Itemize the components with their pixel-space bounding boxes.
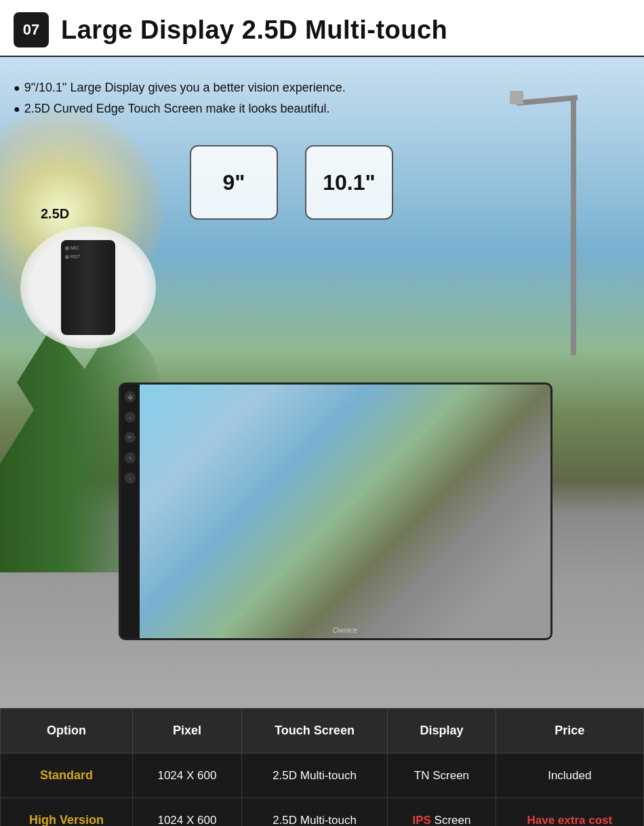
cell-high-price: Have extra cost	[496, 798, 643, 827]
sidebar-btn-5: -	[125, 473, 136, 484]
section-number-badge: 07	[14, 12, 49, 47]
cell-standard-price: Included	[496, 753, 643, 798]
table-section: Option Pixel Touch Screen Display Price …	[0, 708, 644, 826]
page-title: Large Display 2.5D Multi-touch	[61, 16, 447, 45]
cell-standard-touch: 2.5D Multi-touch	[241, 753, 388, 798]
col-header-touch: Touch Screen	[241, 709, 388, 753]
cell-standard-option: Standard	[1, 753, 133, 798]
sidebar-btn-1: ⏻	[125, 391, 136, 402]
page-header: 07 Large Display 2.5D Multi-touch	[0, 0, 644, 57]
screen-sidebar: ⏻ ⌂ ↩ + -	[121, 385, 140, 638]
sidebar-btn-3: ↩	[125, 432, 136, 443]
car-radio-screen: ⏻ ⌂ ↩ + - Ownice	[119, 382, 552, 640]
col-header-display: Display	[388, 709, 496, 753]
street-light	[571, 98, 576, 355]
cell-standard-pixel: 1024 X 600	[133, 753, 242, 798]
comparison-table: Option Pixel Touch Screen Display Price …	[0, 708, 644, 826]
table-row-high: High Version 1024 X 600 2.5D Multi-touch…	[1, 798, 644, 827]
screen-brand-label: Ownice	[333, 626, 358, 634]
bullet-point-2: 2.5D Curved Edge Touch Screen make it lo…	[14, 98, 346, 119]
ips-screen-suffix: Screen	[431, 814, 471, 827]
table-row-standard: Standard 1024 X 600 2.5D Multi-touch TN …	[1, 753, 644, 798]
col-header-option: Option	[1, 709, 133, 753]
device-mic-label: MIC	[65, 245, 111, 250]
screen-display: Ownice	[140, 385, 550, 638]
size-badges-container: 9" 10.1"	[190, 145, 393, 220]
sidebar-btn-2: ⌂	[125, 412, 136, 422]
hero-section: 9"/10.1" Large Display gives you a bette…	[0, 57, 644, 708]
cell-high-touch: 2.5D Multi-touch	[241, 798, 388, 827]
cell-high-option: High Version	[1, 798, 133, 827]
device-inner: MIC RST	[61, 240, 115, 335]
bullet-points: 9"/10.1" Large Display gives you a bette…	[14, 77, 346, 119]
device-rst-label: RST	[65, 254, 111, 259]
col-header-price: Price	[496, 709, 643, 753]
cell-high-display: IPS Screen	[388, 798, 496, 827]
cell-standard-display: TN Screen	[388, 753, 496, 798]
sidebar-btn-4: +	[125, 452, 136, 463]
size-badge-10: 10.1"	[305, 145, 393, 220]
ips-highlight-text: IPS	[412, 814, 430, 827]
table-header-row: Option Pixel Touch Screen Display Price	[1, 709, 644, 753]
bullet-point-1: 9"/10.1" Large Display gives you a bette…	[14, 77, 346, 98]
cell-high-pixel: 1024 X 600	[133, 798, 242, 827]
label-2d5: 2.5D	[41, 206, 69, 222]
corner-device-circle: MIC RST	[20, 227, 156, 349]
col-header-pixel: Pixel	[133, 709, 242, 753]
size-badge-9: 9"	[190, 145, 278, 220]
